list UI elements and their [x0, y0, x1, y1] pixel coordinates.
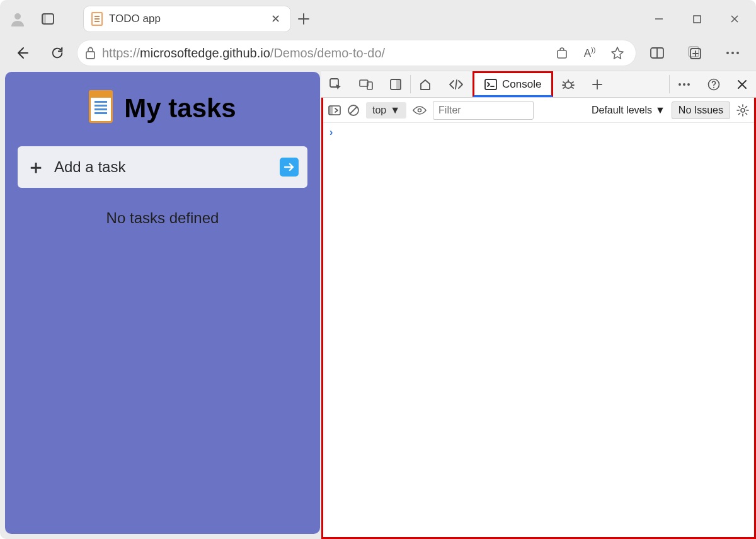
svg-point-20	[565, 82, 571, 88]
clear-console-button[interactable]	[347, 104, 360, 117]
add-task-submit-button[interactable]	[280, 158, 299, 177]
browser-window: TODO app ✕ https://microsoftedge.github.…	[0, 0, 756, 539]
add-task-input[interactable]: Add a task	[54, 158, 271, 176]
viewport: My tasks ＋ Add a task No tasks defined	[0, 71, 756, 539]
star-icon	[610, 46, 624, 60]
svg-point-11	[726, 52, 729, 54]
dock-icon	[390, 79, 401, 90]
gear-icon	[736, 104, 749, 117]
inspect-element-button[interactable]	[321, 71, 351, 97]
eye-icon	[413, 105, 427, 115]
devtools-tab-bar: Console	[321, 71, 756, 98]
log-levels-selector[interactable]: Default levels▼	[592, 105, 665, 116]
devtools-help-button[interactable]	[699, 71, 729, 97]
empty-state-text: No tasks defined	[18, 209, 307, 227]
elements-tab[interactable]	[440, 71, 472, 97]
maximize-button[interactable]	[678, 4, 716, 34]
lock-icon	[85, 47, 96, 59]
add-task-row: ＋ Add a task	[18, 146, 307, 188]
console-tab-label: Console	[502, 78, 541, 91]
sidebar-icon	[328, 105, 341, 115]
context-label: top	[372, 105, 386, 116]
chevron-down-icon: ▼	[655, 105, 665, 116]
svg-point-13	[736, 52, 739, 54]
svg-rect-19	[485, 79, 496, 90]
console-toolbar: top▼ Default levels▼ No Issues	[323, 98, 754, 123]
dock-side-button[interactable]	[382, 71, 410, 97]
home-icon	[419, 78, 432, 91]
toggle-sidebar-button[interactable]	[328, 105, 341, 115]
new-tab-button[interactable]	[291, 13, 316, 25]
maximize-icon	[693, 15, 701, 23]
svg-line-29	[350, 107, 357, 113]
filter-input[interactable]	[433, 101, 534, 120]
svg-point-23	[687, 83, 690, 86]
inspect-icon	[329, 78, 342, 91]
arrow-left-icon	[14, 45, 30, 61]
profile-button[interactable]	[3, 11, 33, 26]
omnibox[interactable]: https://microsoftedge.github.io/Demos/de…	[77, 40, 636, 66]
close-window-button[interactable]	[716, 4, 753, 34]
device-emulation-button[interactable]	[351, 71, 382, 97]
svg-rect-2	[42, 14, 46, 24]
bug-icon	[561, 78, 575, 91]
tab-overview-icon	[42, 13, 54, 25]
close-icon	[737, 79, 747, 90]
svg-rect-15	[360, 80, 368, 86]
clipboard-icon	[89, 94, 113, 123]
console-output[interactable]: ›	[323, 123, 754, 537]
plus-icon: ＋	[26, 158, 45, 177]
favorite-button[interactable]	[607, 46, 628, 60]
svg-rect-27	[329, 106, 333, 115]
console-icon	[484, 79, 497, 90]
live-expression-button[interactable]	[413, 105, 427, 115]
ellipsis-icon	[678, 83, 690, 86]
issues-button[interactable]: No Issues	[672, 101, 730, 119]
back-button[interactable]	[6, 38, 38, 68]
tab-close-button[interactable]: ✕	[268, 9, 283, 28]
issues-tab[interactable]	[553, 71, 584, 97]
url-host: microsoftedge.github.io	[140, 46, 270, 60]
refresh-button[interactable]	[42, 38, 73, 68]
devtools-panel: Console top▼ Default levels▼	[321, 71, 756, 539]
settings-more-button[interactable]	[716, 38, 750, 68]
split-screen-button[interactable]	[640, 38, 674, 68]
split-icon	[650, 47, 664, 59]
console-prompt-icon: ›	[329, 127, 333, 137]
todo-app-page: My tasks ＋ Add a task No tasks defined	[5, 72, 320, 534]
ban-icon	[347, 104, 360, 117]
svg-point-12	[731, 52, 734, 54]
chevron-down-icon: ▼	[390, 105, 400, 116]
more-tabs-button[interactable]	[584, 71, 611, 97]
help-icon	[707, 78, 720, 91]
browser-tab[interactable]: TODO app ✕	[83, 6, 291, 32]
svg-rect-6	[558, 50, 566, 58]
address-bar: https://microsoftedge.github.io/Demos/de…	[0, 35, 756, 71]
page-title: My tasks	[124, 93, 236, 124]
shopping-button[interactable]	[551, 47, 573, 59]
console-panel: top▼ Default levels▼ No Issues ›	[321, 98, 756, 539]
welcome-tab[interactable]	[411, 71, 440, 97]
bag-icon	[556, 47, 568, 59]
console-settings-button[interactable]	[736, 104, 749, 117]
url-text: https://microsoftedge.github.io/Demos/de…	[102, 46, 545, 61]
context-selector[interactable]: top▼	[366, 102, 406, 119]
close-icon	[730, 14, 739, 23]
console-tab[interactable]: Console	[472, 71, 553, 97]
svg-point-21	[679, 83, 681, 86]
tab-actions-button[interactable]	[33, 13, 63, 25]
window-controls	[640, 4, 753, 34]
devtools-close-button[interactable]	[729, 71, 756, 97]
plus-icon	[298, 13, 309, 25]
read-aloud-button[interactable]: A))	[579, 46, 600, 60]
minimize-button[interactable]	[640, 4, 678, 34]
url-path: /Demos/demo-to-do/	[270, 46, 385, 60]
svg-point-0	[14, 13, 21, 20]
collections-button[interactable]	[678, 38, 712, 68]
devtools-more-button[interactable]	[670, 71, 699, 97]
svg-point-30	[418, 108, 421, 112]
levels-label: Default levels	[592, 105, 652, 116]
ellipsis-icon	[726, 51, 740, 55]
code-icon	[449, 79, 464, 90]
clipboard-icon	[91, 12, 103, 26]
